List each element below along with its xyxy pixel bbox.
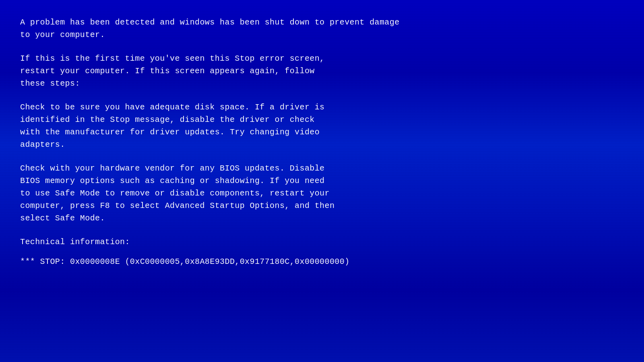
paragraph-4: Check with your hardware vendor for any … xyxy=(20,162,503,224)
paragraph-2: If this is the first time you've seen th… xyxy=(20,52,503,90)
stop-code: *** STOP: 0x0000008E (0xC0000005,0x8A8E9… xyxy=(20,255,503,268)
paragraph-3: Check to be sure you have adequate disk … xyxy=(20,101,503,151)
paragraph-1: A problem has been detected and windows … xyxy=(20,16,503,41)
bsod-screen: A problem has been detected and windows … xyxy=(20,16,503,268)
technical-label: Technical information: xyxy=(20,236,503,248)
